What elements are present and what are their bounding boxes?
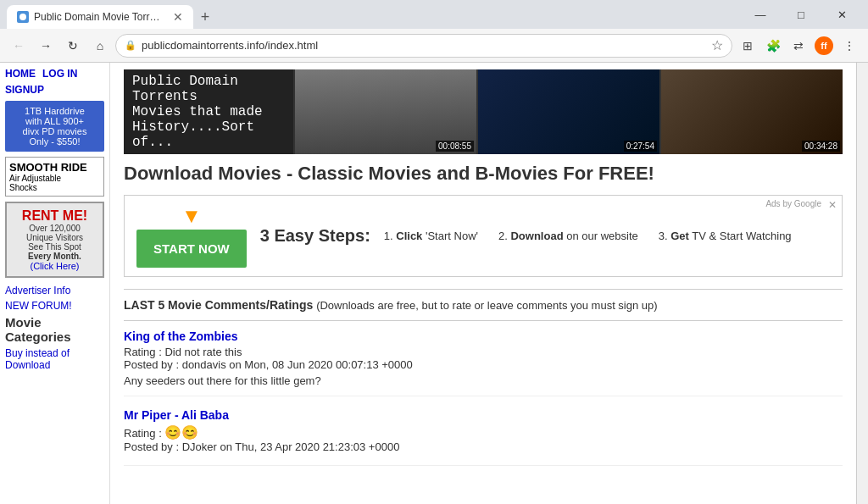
sidebar-signup-link[interactable]: SIGNUP (5, 84, 44, 96)
rent-me-click-link[interactable]: (Click Here) (30, 261, 79, 271)
extensions-icon[interactable]: 🧩 (761, 34, 785, 58)
sidebar-rent-me-ad[interactable]: RENT ME! Over 120,000 Unique Visitors Se… (5, 202, 104, 278)
comment-2: Mr Piper - Ali Baba Rating : 😊😊 Posted b… (124, 408, 843, 466)
smooth-ride-sub1: Air Adjustable (9, 174, 100, 183)
minimize-button[interactable]: — (741, 1, 780, 28)
ad-arrow-area: ▼ START NOW (136, 204, 247, 268)
comment2-rating: Rating : 😊😊 (124, 424, 843, 440)
scrollbar[interactable] (856, 63, 868, 504)
banner-title: Public Domain Torrents (132, 74, 285, 104)
ad-label: Ads by Google (765, 199, 821, 208)
buy-instead-link[interactable]: Buy instead of Download (5, 347, 104, 371)
arrow-down-icon: ▼ (136, 204, 247, 228)
rent-me-line1: Over 120,000 (12, 224, 97, 233)
site-banner: Public Domain Torrents Movies that made … (124, 69, 843, 154)
new-forum-link[interactable]: NEW FORUM! (5, 300, 104, 312)
comment2-movie-link[interactable]: Mr Piper - Ali Baba (124, 408, 843, 422)
comments-header: LAST 5 Movie Comments/Ratings (Downloads… (124, 298, 843, 312)
rent-me-line4: Every Month. (12, 252, 97, 261)
sync-icon[interactable]: ⇄ (787, 34, 810, 58)
tab-close-button[interactable]: ✕ (173, 10, 183, 24)
comment1-rating: Rating : Did not rate this (124, 346, 843, 358)
rent-me-line3: See This Spot (12, 242, 97, 252)
url-text: publicdomaintorrents.info/index.html (142, 39, 706, 52)
forward-button[interactable]: → (34, 34, 58, 58)
step-1: 1. Click 'Start Now' (384, 230, 478, 242)
address-bar[interactable]: 🔒 publicdomaintorrents.info/index.html ☆ (115, 34, 732, 58)
main-content: Public Domain Torrents Movies that made … (110, 63, 856, 504)
thumb2-time: 0:27:54 (624, 141, 657, 152)
divider2 (124, 320, 843, 321)
divider (124, 289, 843, 290)
comments-note: (Downloads are free, but to rate or leav… (316, 299, 657, 312)
tab-title: Public Domain Movie Torrents w... (34, 11, 164, 23)
ad-close-button[interactable]: ✕ (828, 199, 837, 211)
smooth-ride-title: SMOOTH RIDE (9, 161, 100, 174)
smooth-ride-sub2: Shocks (9, 183, 100, 192)
sidebar-login-link[interactable]: LOG IN (42, 68, 77, 80)
sidebar-nav: HOME LOG IN SIGNUP (5, 68, 104, 96)
rent-me-title: RENT ME! (12, 208, 97, 224)
sidebar: HOME LOG IN SIGNUP 1TB Harddrive with AL… (0, 63, 110, 504)
banner-thumb-3: 00:34:28 (659, 69, 843, 154)
banner-logo: Public Domain Torrents Movies that made … (124, 69, 293, 154)
bookmark-icon[interactable]: ☆ (711, 37, 723, 53)
sidebar-ad-harddrive[interactable]: 1TB Harddrive with ALL 900+ divx PD movi… (5, 101, 104, 152)
advertiser-info-link[interactable]: Advertiser Info (5, 285, 104, 296)
rent-me-line2: Unique Visitors (12, 233, 97, 242)
steps-list: 1. Click 'Start Now' 2. Download on our … (384, 230, 792, 242)
sidebar-home-link[interactable]: HOME (5, 68, 36, 80)
close-button[interactable]: ✕ (822, 1, 861, 28)
comment1-text: Any seeders out there for this little ge… (124, 374, 843, 387)
banner-thumbnails: 00:08:55 0:27:54 00:34:28 (293, 69, 843, 154)
ad-strip: Ads by Google ✕ ▼ START NOW 3 Easy Steps… (124, 195, 843, 277)
comment1-movie-link[interactable]: King of the Zombies (124, 330, 843, 343)
page-title: Download Movies - Classic Movies and B-M… (124, 163, 843, 185)
lock-icon: 🔒 (125, 40, 136, 51)
movie-categories-heading: Movie Categories (5, 315, 104, 344)
banner-thumb-2: 0:27:54 (476, 69, 659, 154)
maximize-button[interactable]: □ (782, 1, 821, 28)
comment2-posted: Posted by : DJoker on Thu, 23 Apr 2020 2… (124, 440, 843, 453)
easy-steps-label: 3 Easy Steps: (260, 226, 370, 246)
start-now-button[interactable]: START NOW (136, 230, 247, 268)
apps-icon[interactable]: ⊞ (736, 34, 760, 58)
svg-point-0 (19, 14, 26, 20)
thumb3-time: 00:34:28 (802, 141, 840, 152)
profile-icon[interactable]: ff (812, 34, 836, 58)
step-2: 2. Download on our website (498, 230, 638, 242)
step-3: 3. Get TV & Start Watching (659, 230, 792, 242)
banner-subtitle: Movies that made History....Sort of... (132, 104, 285, 150)
comment-1: King of the Zombies Rating : Did not rat… (124, 330, 843, 396)
refresh-button[interactable]: ↻ (61, 34, 85, 58)
tab-favicon (17, 11, 29, 23)
home-button[interactable]: ⌂ (88, 34, 112, 58)
menu-icon[interactable]: ⋮ (837, 34, 861, 58)
comment1-posted: Posted by : dondavis on Mon, 08 Jun 2020… (124, 358, 843, 371)
thumb1-time: 00:08:55 (436, 141, 474, 152)
back-button[interactable]: ← (7, 34, 31, 58)
comment2-rating-emoji: 😊😊 (164, 425, 198, 440)
active-tab[interactable]: Public Domain Movie Torrents w... ✕ (7, 5, 193, 29)
banner-thumb-1: 00:08:55 (293, 69, 476, 154)
new-tab-button[interactable]: + (193, 5, 217, 29)
profile-avatar: ff (815, 36, 833, 55)
sidebar-smooth-ride-ad[interactable]: SMOOTH RIDE Air Adjustable Shocks (5, 157, 104, 197)
